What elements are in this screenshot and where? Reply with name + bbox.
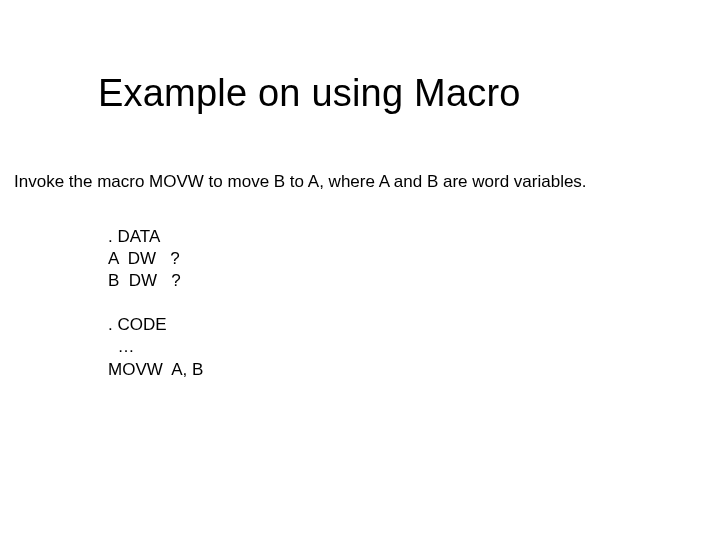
slide: Example on using Macro Invoke the macro … [0,0,720,540]
code-line: … [108,337,134,356]
code-line: . DATA [108,227,160,246]
slide-title: Example on using Macro [98,72,521,115]
code-block: . DATA A DW ? B DW ? . CODE … MOVW A, B [108,226,203,381]
slide-subtext: Invoke the macro MOVW to move B to A, wh… [14,172,587,192]
code-line: A DW ? [108,249,180,268]
code-line: MOVW A, B [108,360,203,379]
code-line: B DW ? [108,271,181,290]
code-line: . CODE [108,315,167,334]
